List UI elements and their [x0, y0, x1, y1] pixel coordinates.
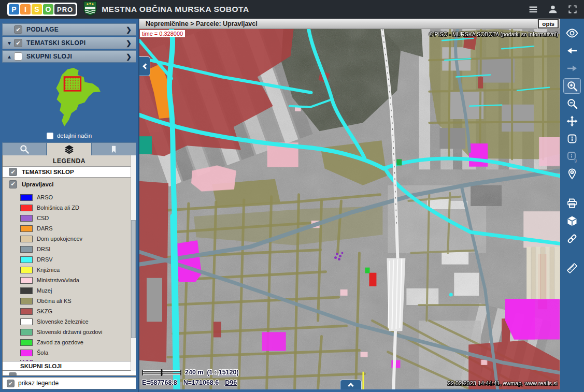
pan-button[interactable]: [563, 113, 581, 129]
legend-color-swatch: [20, 298, 33, 304]
legend-item: SKZG: [3, 306, 136, 316]
easting-value: E=587768.8: [142, 379, 177, 386]
panel-label: PODLAGE: [26, 26, 59, 33]
legend-item: Šola: [3, 347, 136, 358]
map-timestamp: 22.02.2023 14:44:41, ewmap, www.realis.s…: [448, 380, 558, 386]
map-artwork: [139, 29, 560, 389]
panel-tematski-sklopi[interactable]: TEMATSKI SKLOPI: [2, 37, 136, 49]
panel-podlage[interactable]: PODLAGE: [2, 23, 136, 36]
legend-item-label: Dom upokojencev: [37, 236, 82, 242]
logo-letter-s: S: [32, 4, 42, 14]
scale-ratio-value[interactable]: 15120: [219, 369, 237, 376]
legend-item: CSD: [3, 213, 136, 223]
legend-scrollbar[interactable]: [131, 155, 136, 375]
scale-bar-graphic: [142, 369, 181, 376]
legend-color-swatch: [20, 236, 33, 242]
skupni-checkbox[interactable]: [14, 52, 22, 61]
map-canvas[interactable]: time = 0.328000 © PISO - MURSKA SOBOTA (…: [139, 29, 560, 389]
tematski-sklop-checkbox[interactable]: [9, 168, 17, 176]
chevron-right-icon[interactable]: [126, 53, 132, 61]
breadcrumb-bar: Nepremičnine > Parcele: Upravljavci opis: [139, 19, 560, 29]
tematski-checkbox[interactable]: [14, 39, 22, 47]
logo-letter-i: I: [20, 4, 31, 14]
coordinates-readout: E=587768.8 N=171068.6 D96: [142, 379, 237, 386]
legend-color-swatch: [20, 308, 33, 315]
scale-ratio-close: ): [236, 369, 238, 376]
legend-title: LEGENDA: [3, 155, 136, 166]
chevron-right-icon[interactable]: [126, 39, 132, 47]
detail-mode-checkbox[interactable]: [47, 133, 53, 139]
legend-color-swatch: [20, 339, 33, 346]
legend-panel: LEGENDA TEMATSKI SKLOP Upravljavci ARSOB…: [2, 155, 136, 376]
locate-button[interactable]: [563, 166, 581, 182]
info-group-button[interactable]: g: [563, 149, 581, 164]
current-extent-box: [64, 77, 80, 91]
show-legend-label: prikaz legende: [18, 380, 59, 387]
map-column: Nepremičnine > Parcele: Upravljavci opis: [139, 19, 560, 392]
legend-color-swatch: [20, 350, 33, 356]
visibility-mode-button[interactable]: [563, 25, 581, 41]
legend-item: Občina ali KS: [3, 296, 136, 306]
user-icon[interactable]: [547, 3, 559, 16]
scale-ratio: (1 :: [207, 369, 218, 376]
legend-layer-row: Upravljavci: [3, 178, 136, 191]
measure-button[interactable]: [563, 260, 581, 276]
legend-item: Bolnišnica ali ZD: [3, 202, 136, 213]
legend-item-label: Slovenski državni gozdovi: [37, 329, 103, 335]
chevron-up-icon: [348, 383, 353, 388]
legend-item: DARS: [3, 223, 136, 234]
piso-app: P I S O PRO MESTNA OBČINA MURSKA SOBOTA: [0, 0, 584, 392]
app-header: P I S O PRO MESTNA OBČINA MURSKA SOBOTA: [0, 0, 584, 19]
legend-layer-label: Upravljavci: [22, 181, 53, 187]
tab-search[interactable]: [2, 142, 47, 155]
svg-text:g: g: [575, 158, 577, 163]
tab-layers[interactable]: [47, 142, 91, 155]
legend-item-label: Občina ali KS: [37, 298, 72, 304]
render-time-label: time = 0.328000: [140, 30, 185, 37]
legend-color-swatch: [20, 318, 33, 325]
expand-bottom-panel-tab[interactable]: [340, 380, 362, 389]
legend-color-swatch: [20, 329, 33, 336]
fullscreen-icon[interactable]: [566, 3, 579, 16]
tab-bookmark[interactable]: [92, 142, 136, 155]
datum-link[interactable]: D96: [225, 379, 237, 386]
legend-item-label: Muzej: [37, 287, 52, 294]
zoom-out-button[interactable]: [563, 96, 581, 111]
legend-item-label: ostalo: [37, 360, 52, 361]
panel-label: SKUPNI SLOJI: [26, 53, 72, 60]
legend-item: Ministrstvo/vlada: [3, 275, 136, 285]
legend-scrollbar-thumb[interactable]: [131, 220, 136, 338]
legend-item-label: Zavod za gozdove: [37, 339, 83, 345]
view-3d-button[interactable]: [563, 213, 581, 229]
legend-item-label: SKZG: [37, 308, 52, 314]
app-title: MESTNA OBČINA MURSKA SOBOTA: [102, 5, 249, 14]
podlage-checkbox[interactable]: [14, 25, 22, 34]
legend-color-swatch: [20, 246, 33, 253]
legend-color-swatch: [20, 194, 33, 201]
legend-item-label: Šola: [37, 350, 48, 356]
legend-item-label: DARS: [37, 225, 53, 231]
skupni-sloji-section[interactable]: SKUPNI SLOJI: [3, 361, 136, 371]
chevron-right-icon[interactable]: [126, 26, 132, 34]
municipality-crest-icon: [83, 1, 97, 18]
menu-icon[interactable]: [527, 3, 539, 16]
upravljavci-checkbox[interactable]: [9, 180, 17, 188]
show-legend-checkbox[interactable]: [7, 380, 15, 387]
legend-item-label: Knjižnica: [37, 267, 60, 273]
opis-button[interactable]: opis: [538, 19, 559, 28]
share-link-button[interactable]: [563, 231, 581, 246]
collapse-sidebar-tab[interactable]: [139, 56, 150, 76]
panel-skupni-sloji[interactable]: SKUPNI SLOJI: [2, 50, 136, 63]
info-button[interactable]: [563, 131, 581, 147]
print-button[interactable]: [563, 196, 581, 211]
zoom-in-button[interactable]: [563, 78, 581, 94]
piso-pro-logo: P I S O PRO: [7, 3, 77, 16]
legend-group-label: TEMATSKI SKLOP: [22, 169, 74, 175]
next-view-button[interactable]: [563, 61, 581, 76]
collapse-icon[interactable]: [7, 54, 14, 60]
previous-view-button[interactable]: [563, 43, 581, 59]
overview-map[interactable]: [0, 65, 138, 130]
legend-item: ostalo: [3, 358, 136, 361]
collapse-icon[interactable]: [7, 40, 14, 46]
legend-color-swatch: [20, 267, 33, 273]
